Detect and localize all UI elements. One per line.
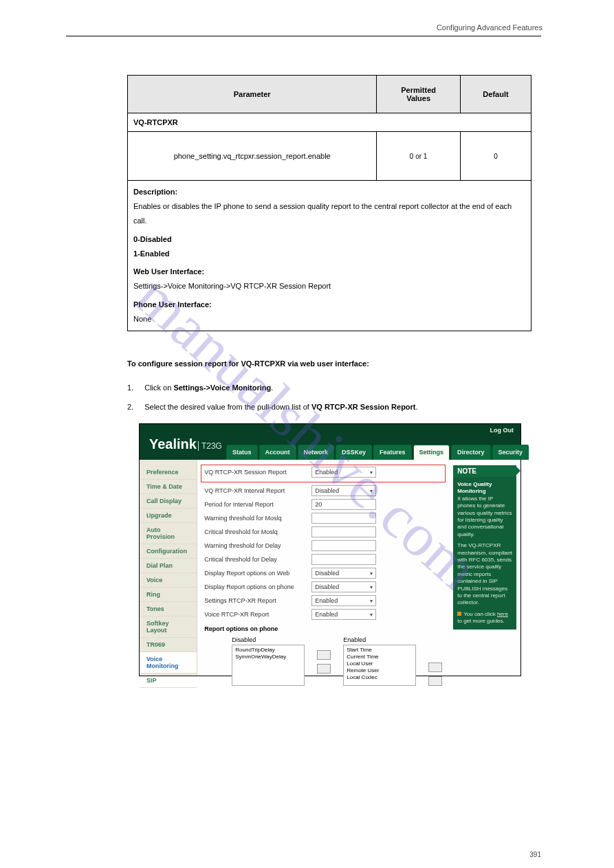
nav-upgrade[interactable]: Upgrade: [140, 509, 197, 523]
move-left-button[interactable]: [317, 664, 331, 674]
lbl-disp-web: Display Report options on Web: [204, 570, 307, 577]
left-nav: Preference Time & Date Call Display Upgr…: [140, 460, 197, 676]
th-default: Default: [460, 76, 531, 113]
tab-dsskey[interactable]: DSSKey: [336, 445, 372, 460]
lbl-session-report: VQ RTCP-XR Session Report: [204, 469, 307, 476]
step-1-nav: Settings->Voice Monitoring: [173, 383, 271, 392]
sel-disp-web[interactable]: Disabled: [311, 568, 376, 579]
form-area: VQ RTCP-XR Session Report Enabled VQ RTC…: [197, 460, 449, 676]
lbl-disp-phone: Display Report options on phone: [204, 583, 307, 590]
note-p3a: You can click: [463, 611, 497, 617]
nav-configuration[interactable]: Configuration: [140, 544, 197, 559]
txt-crit-delay[interactable]: [311, 554, 376, 565]
section-vq-rtcpxr: VQ-RTCPXR: [128, 113, 531, 132]
txt-period[interactable]: 20: [311, 499, 376, 510]
model-label: T23G: [198, 441, 222, 451]
txt-warn-moslq[interactable]: [311, 513, 376, 524]
nav-softkey-layout[interactable]: Softkey Layout: [140, 616, 197, 638]
lbl-warn-delay: Warning threshold for Delay: [204, 542, 307, 549]
note-p3b: to get more guides.: [457, 618, 504, 624]
th-parameter: Parameter: [128, 76, 377, 113]
topbar: YealinkT23G Log Out Status Account Netwo…: [140, 424, 520, 460]
sel-interval-report[interactable]: Disabled: [311, 485, 376, 496]
move-down-button[interactable]: [428, 676, 442, 686]
step-1-num: 1.: [127, 381, 133, 394]
tab-status[interactable]: Status: [226, 445, 258, 460]
disabled-header: Disabled: [232, 636, 305, 643]
step-2-text-a: Select the desired value from the pull-d…: [144, 403, 311, 411]
description-label: Description:: [133, 188, 177, 196]
pui-label: Phone User Interface:: [133, 300, 212, 309]
nav-ring[interactable]: Ring: [140, 588, 197, 602]
enabled-item-0[interactable]: Start Time: [347, 647, 413, 654]
move-right-button[interactable]: [317, 650, 331, 660]
parameter-table: Parameter Permitted Values Default VQ-RT…: [127, 75, 531, 331]
tab-network[interactable]: Network: [298, 445, 335, 460]
cell-default: 0: [460, 132, 531, 181]
txt-warn-delay[interactable]: [311, 540, 376, 551]
step-2-text-b: .: [416, 403, 418, 411]
report-options-title: Report options on phone: [204, 625, 442, 632]
screenshot: YealinkT23G Log Out Status Account Netwo…: [139, 423, 521, 676]
nav-time-date[interactable]: Time & Date: [140, 480, 197, 494]
pui-value: None: [133, 312, 525, 326]
disabled-item-0[interactable]: RoundTripDelay: [235, 647, 301, 654]
enabled-list[interactable]: Start Time Current Time Local User Remot…: [343, 645, 416, 686]
bullet-icon: [457, 612, 461, 616]
wui-label: Web User Interface:: [133, 267, 204, 276]
tab-directory[interactable]: Directory: [451, 445, 491, 460]
sel-disp-phone[interactable]: Disabled: [311, 581, 376, 592]
sel-voice-rtcp[interactable]: Enabled: [311, 609, 376, 620]
header-rule: [66, 36, 541, 36]
disabled-list[interactable]: RoundTripDelay SymmOneWayDelay: [232, 645, 305, 686]
sel-settings-rtcp[interactable]: Enabled: [311, 595, 376, 606]
enabled-item-3[interactable]: Remote User: [347, 667, 413, 674]
step-2-num: 2.: [127, 401, 133, 414]
tab-features[interactable]: Features: [373, 445, 412, 460]
tab-settings[interactable]: Settings: [413, 445, 450, 460]
txt-crit-moslq[interactable]: [311, 526, 376, 537]
enabled-item-4[interactable]: Local Codec: [347, 674, 413, 681]
nav-sip[interactable]: SIP: [140, 674, 197, 688]
highlight-box: VQ RTCP-XR Session Report Enabled: [201, 465, 446, 482]
note-h1: Voice Quality Monitoring: [457, 481, 492, 494]
step-2-field: VQ RTCP-XR Session Report: [311, 403, 416, 411]
nav-call-display[interactable]: Call Display: [140, 494, 197, 509]
nav-tr069[interactable]: TR069: [140, 638, 197, 652]
note-p1: It allows the IP phones to generate vari…: [457, 496, 512, 537]
note-panel: NOTE Voice Quality Monitoring It allows …: [449, 460, 520, 676]
nav-auto-provision[interactable]: Auto Provision: [140, 523, 197, 544]
cell-description: Description: Enables or disables the IP …: [128, 181, 531, 331]
sel-session-report[interactable]: Enabled: [311, 467, 376, 478]
note-here-link[interactable]: here: [497, 611, 508, 617]
step-1-text-a: Click on: [144, 383, 173, 392]
lbl-voice-rtcp: Voice RTCP-XR Report: [204, 611, 307, 618]
lbl-interval-report: VQ RTCP-XR Interval Report: [204, 487, 307, 494]
enabled-item-1[interactable]: Current Time: [347, 654, 413, 660]
enabled-item-2[interactable]: Local User: [347, 660, 413, 667]
step-1-text-b: .: [271, 383, 273, 392]
nav-voice-monitoring[interactable]: Voice Monitoring: [140, 652, 197, 674]
enabled-header: Enabled: [343, 636, 416, 643]
tab-security[interactable]: Security: [492, 445, 529, 460]
lbl-settings-rtcp: Settings RTCP-XR Report: [204, 597, 307, 604]
note-title: NOTE: [453, 465, 516, 477]
procedure-heading: To configure session report for VQ-RTCPX…: [127, 357, 531, 370]
body-text: To configure session report for VQ-RTCPX…: [127, 357, 531, 414]
nav-preference[interactable]: Preference: [140, 465, 197, 480]
tab-account[interactable]: Account: [259, 445, 296, 460]
nav-voice[interactable]: Voice: [140, 573, 197, 588]
th-values: Permitted Values: [377, 76, 461, 113]
move-up-button[interactable]: [428, 663, 442, 672]
note-p2: The VQ-RTCPXR mechanism, compliant with …: [457, 542, 512, 605]
lbl-period: Period for Interval Report: [204, 501, 307, 508]
cell-param-name: phone_setting.vq_rtcpxr.session_report.e…: [128, 132, 377, 181]
value-1: 1-Enabled: [133, 249, 170, 258]
nav-dial-plan[interactable]: Dial Plan: [140, 559, 197, 573]
disabled-item-1[interactable]: SymmOneWayDelay: [235, 654, 301, 660]
nav-tones[interactable]: Tones: [140, 602, 197, 616]
logout-link[interactable]: Log Out: [490, 427, 514, 434]
description-body: Enables or disables the IP phone to send…: [133, 199, 525, 228]
value-0: 0-Disabled: [133, 235, 172, 243]
cell-permitted-values: 0 or 1: [377, 132, 461, 181]
